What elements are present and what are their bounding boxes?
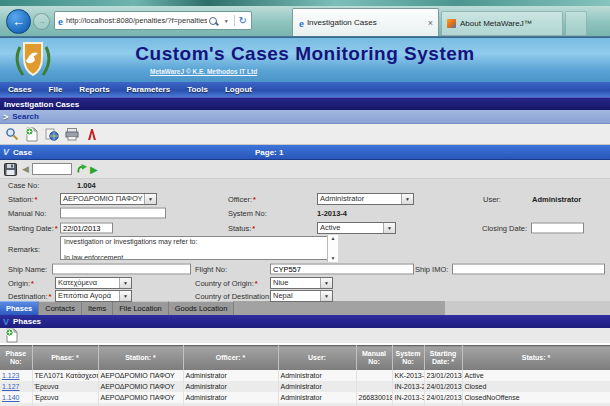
browser-tab-inactive[interactable]: About MetaWareJ™ [441, 11, 563, 36]
tab-items[interactable]: Items [82, 301, 113, 315]
go-to-record-icon[interactable] [75, 162, 90, 177]
chevron-down-icon[interactable]: ▼ [224, 18, 229, 24]
starting-date-input[interactable] [60, 222, 113, 233]
search-section-bar[interactable]: > Search [0, 110, 610, 124]
tab-title: Investigation Cases [307, 18, 424, 27]
closing-date-input[interactable] [531, 222, 584, 233]
col-manual-no[interactable]: Manual No: [356, 346, 392, 371]
form-row-case-no: Case No: 1.004 [0, 179, 610, 191]
ship-imo-input[interactable] [452, 264, 605, 275]
case-form: Case No: 1.004 Station:* ΑΕΡΟΔΡΟΜΙΟ ΠΑΦΟ… [0, 179, 610, 301]
col-user[interactable]: User: [278, 346, 356, 371]
metaware-icon [447, 19, 456, 28]
search-icon[interactable] [209, 17, 217, 25]
menu-item-file[interactable]: File [49, 85, 63, 94]
case-no-label: Case No: [8, 181, 39, 190]
record-toolbar: ◀ ▶ [0, 160, 610, 179]
ship-name-input[interactable] [52, 264, 191, 275]
country-of-destination-label: Country of Destination: [195, 291, 271, 300]
chevron-down-icon: ▼ [320, 291, 332, 301]
tab-contacts[interactable]: Contacts [39, 301, 82, 315]
remarks-textarea[interactable]: Investigation or Investigations may refe… [60, 236, 338, 260]
case-section-bar[interactable]: V Case Page: 1 [0, 145, 610, 160]
phase-link[interactable]: 1.123 [2, 372, 20, 379]
manual-no-label: Manual No: [8, 209, 46, 218]
form-row-origin: Origin:* Κατεχόμενα▼ Country of Origin:*… [0, 276, 610, 289]
col-system-no[interactable]: System No: [392, 346, 424, 371]
destination-select[interactable]: Επιτόπια Αγορά▼ [55, 290, 132, 302]
previous-record-icon[interactable]: ◀ [22, 164, 29, 174]
screen: { "browser": { "back": "←", "forward": "… [0, 0, 610, 406]
table-row: 1.140 Έρευνα ΑΕΡΟΔΡΟΜΙΟ ΠΑΦΟΥ Administra… [0, 392, 610, 403]
save-icon[interactable] [3, 162, 18, 177]
phases-section-bar[interactable]: V Phases [0, 315, 610, 328]
record-number-input[interactable] [32, 163, 72, 175]
case-no-value: 1.004 [77, 181, 96, 190]
scroll-down-icon[interactable]: ▼ [331, 256, 336, 261]
country-of-destination-select[interactable]: Nepal▼ [270, 290, 333, 302]
new-tab-button[interactable] [565, 11, 587, 36]
collapse-icon: V [3, 317, 9, 327]
add-phase-icon[interactable] [4, 328, 19, 343]
scroll-up-icon[interactable]: ▲ [331, 236, 336, 241]
browser-forward-button[interactable]: → [33, 13, 50, 30]
menu-item-logout[interactable]: Logout [225, 85, 252, 94]
next-record-icon[interactable]: ▶ [90, 164, 98, 175]
tab-title: About MetaWareJ™ [460, 19, 557, 28]
manual-no-input[interactable] [60, 208, 166, 219]
user-label: User: [483, 194, 501, 203]
new-record-icon[interactable] [24, 127, 39, 142]
phases-table: Phase No: Phase: * Station: * Officer: *… [0, 345, 610, 406]
url-text[interactable]: http://localhost:8080/penalties/?f=penal… [66, 16, 207, 25]
tab-goods-location[interactable]: Goods Location [169, 301, 235, 315]
ship-imo-label: Ship IMO: [415, 265, 448, 274]
close-icon[interactable]: × [428, 18, 433, 28]
search-records-icon[interactable] [4, 127, 19, 142]
app-subtitle-link[interactable]: MetaWareJ © K.E. Methodos IT Ltd [150, 68, 257, 75]
refresh-icon[interactable]: ↻ [234, 15, 247, 26]
menu-item-tools[interactable]: Tools [187, 85, 208, 94]
col-status[interactable]: Status: * [462, 346, 610, 371]
browser-tab-active[interactable]: e Investigation Cases × [292, 8, 439, 36]
origin-select[interactable]: Κατεχόμενα▼ [55, 277, 132, 289]
phase-link[interactable]: 1.127 [2, 383, 20, 390]
flight-no-input[interactable] [270, 264, 414, 275]
print-icon[interactable] [64, 127, 79, 142]
export-icon[interactable] [44, 127, 59, 142]
col-station[interactable]: Station: * [98, 346, 183, 371]
form-row-station: Station:* ΑΕΡΟΔΡΟΜΙΟ ΠΑΦΟΥ▼ Officer:* Ad… [0, 191, 610, 206]
menu-item-cases[interactable]: Cases [8, 85, 32, 94]
search-toolbar [0, 124, 610, 145]
col-starting-date[interactable]: Starting Date: * [424, 346, 462, 371]
remarks-scrollbar[interactable]: ▲ ▼ [327, 235, 338, 262]
tab-phases[interactable]: Phases [0, 301, 39, 315]
browser-back-button[interactable]: ← [6, 9, 31, 34]
col-phase[interactable]: Phase: * [32, 346, 98, 371]
subsection-tabs: Phases Contacts Items File Location Good… [0, 301, 610, 315]
form-row-remarks: Remarks: Investigation or Investigations… [0, 235, 610, 262]
officer-select[interactable]: Administrator▼ [317, 193, 414, 205]
phases-bar-title: Phases [13, 317, 41, 326]
chevron-down-icon: ▼ [383, 223, 395, 233]
tab-file-location[interactable]: File Location [113, 301, 169, 315]
phase-link[interactable]: 1.140 [2, 394, 20, 401]
url-bar[interactable]: e http://localhost:8080/penalties/?f=pen… [54, 11, 252, 30]
table-row: 1.127 Έρευνα ΑΕΡΟΔΡΟΜΙΟ ΠΑΦΟΥ Administra… [0, 381, 610, 392]
menu-item-reports[interactable]: Reports [79, 85, 109, 94]
col-officer[interactable]: Officer: * [183, 346, 278, 371]
station-select[interactable]: ΑΕΡΟΔΡΟΜΙΟ ΠΑΦΟΥ▼ [60, 193, 157, 205]
status-select[interactable]: Active▼ [317, 222, 396, 234]
country-of-origin-select[interactable]: Niue▼ [270, 277, 333, 289]
station-label: Station: [8, 194, 33, 203]
form-row-destination: Destination:* Επιτόπια Αγορά▼ Country of… [0, 289, 610, 302]
table-row: 1.123 ΤΕΛ1071 Κατάσχεση ΑΕΡΟΔΡΟΜΙΟ ΠΑΦΟΥ… [0, 370, 610, 381]
user-value: Administrator [532, 194, 581, 203]
pdf-export-icon[interactable] [84, 127, 99, 142]
chevron-down-icon: ▼ [119, 291, 131, 301]
section-title: Investigation Cases [4, 100, 79, 109]
menu-item-parameters[interactable]: Parameters [127, 85, 171, 94]
remarks-label: Remarks: [8, 244, 40, 253]
col-phase-no[interactable]: Phase No: [0, 346, 32, 371]
chevron-down-icon: ▼ [320, 278, 332, 288]
phases-toolbar [0, 328, 610, 345]
